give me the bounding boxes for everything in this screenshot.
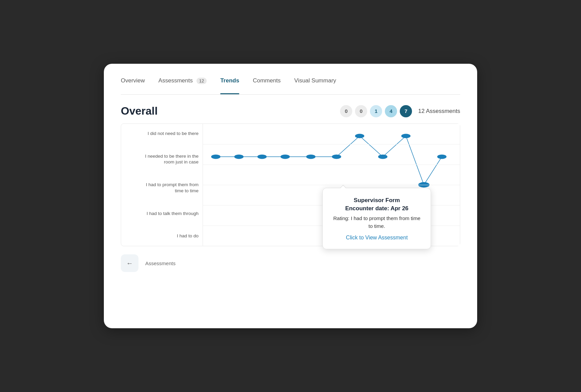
y-label-1: I had to do xyxy=(121,233,199,239)
bottom-row: ← Assessments xyxy=(121,254,460,272)
main-card: Overview Assessments 12 Trends Comments … xyxy=(104,64,477,328)
dot-4[interactable] xyxy=(281,155,290,159)
tab-visual-summary[interactable]: Visual Summary xyxy=(294,77,336,90)
tab-comments[interactable]: Comments xyxy=(253,77,281,90)
score-summary: 0 0 1 4 7 12 Assessments xyxy=(340,105,460,117)
tab-overview[interactable]: Overview xyxy=(121,77,145,90)
back-arrow-icon: ← xyxy=(126,259,133,267)
grid-line-1 xyxy=(203,144,460,144)
score-1: 0 xyxy=(355,105,367,117)
dot-3[interactable] xyxy=(257,155,266,159)
score-4: 7 xyxy=(400,105,412,117)
score-2: 1 xyxy=(370,105,382,117)
tooltip-title: Supervisor FormEncounter date: Apr 26 xyxy=(332,196,421,213)
grid-line-2 xyxy=(203,164,460,165)
back-button[interactable]: ← xyxy=(121,254,138,272)
tab-assessments[interactable]: Assessments 12 xyxy=(158,77,207,90)
assessments-badge: 12 xyxy=(196,78,207,84)
dot-9[interactable] xyxy=(401,134,410,138)
score-3: 4 xyxy=(385,105,397,117)
trend-line xyxy=(216,136,442,185)
tab-bar: Overview Assessments 12 Trends Comments … xyxy=(121,77,460,95)
assessments-count: 12 Assessments xyxy=(418,108,460,115)
y-axis-labels: I did not need to be there I needed to b… xyxy=(121,124,203,246)
chart-tooltip: Supervisor FormEncounter date: Apr 26 Ra… xyxy=(322,188,431,249)
dot-6[interactable] xyxy=(332,155,341,159)
dot-11[interactable] xyxy=(437,155,446,159)
overall-header: Overall 0 0 1 4 7 12 Assessments xyxy=(121,105,460,117)
y-label-5: I did not need to be there xyxy=(121,131,199,137)
y-label-2: I had to talk them through xyxy=(121,211,199,217)
view-assessment-link[interactable]: Click to View Assessment xyxy=(332,235,421,241)
section-title: Overall xyxy=(121,105,158,117)
grid-line-3 xyxy=(203,185,460,185)
dot-8[interactable] xyxy=(378,155,387,159)
y-label-3: I had to prompt them fromtime to time xyxy=(121,182,199,194)
tab-trends[interactable]: Trends xyxy=(220,77,239,90)
chart-area: Supervisor FormEncounter date: Apr 26 Ra… xyxy=(203,124,460,246)
dot-2[interactable] xyxy=(234,155,243,159)
tooltip-rating: Rating: I had to prompt them from time t… xyxy=(332,215,421,230)
x-axis-label: Assessments xyxy=(145,260,175,266)
dot-7[interactable] xyxy=(355,134,364,138)
chart-container: I did not need to be there I needed to b… xyxy=(121,123,460,246)
dot-1[interactable] xyxy=(211,155,220,159)
dot-5[interactable] xyxy=(306,155,315,159)
score-0: 0 xyxy=(340,105,352,117)
y-label-4: I needed to be there in theroom just in … xyxy=(121,153,199,165)
